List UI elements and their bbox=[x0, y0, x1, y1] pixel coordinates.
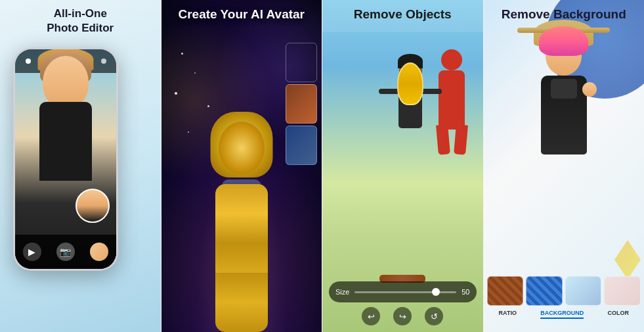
star-2 bbox=[194, 72, 196, 74]
background-thumbnails bbox=[487, 276, 641, 306]
gold-avatar-figure bbox=[196, 82, 288, 332]
red-silhouette bbox=[434, 49, 470, 154]
panel-4-title-text: Remove Background bbox=[502, 7, 626, 21]
panel-ai-avatar: Create Your AI Avatar bbox=[161, 0, 322, 332]
skater-person bbox=[398, 59, 422, 128]
phone-mockup-1: ⚡ ··· ↺ ▶ 📷 bbox=[13, 47, 118, 271]
circle-thumbnail bbox=[75, 189, 110, 223]
panel-4-title: Remove Background bbox=[484, 0, 645, 32]
grid-photo-2 bbox=[286, 84, 317, 124]
ratio-label[interactable]: RATIO bbox=[499, 310, 517, 319]
thumbnail-4[interactable] bbox=[604, 276, 641, 306]
redo-button[interactable]: ↪ bbox=[393, 307, 412, 325]
panel-2-title-text: Create Your AI Avatar bbox=[178, 7, 305, 21]
panel-photo-editor: All-in-One Photo Editor ⚡ ··· ↺ bbox=[0, 0, 161, 332]
avatar-legs bbox=[215, 273, 268, 332]
panel-remove-background: Remove Background RATIO BACKGROUND COLOR bbox=[484, 0, 645, 332]
skater-body bbox=[398, 82, 422, 128]
video-icon: ▶ bbox=[23, 243, 41, 261]
panel-3-title-text: Remove Objects bbox=[354, 7, 452, 21]
red-sil-leg-right bbox=[454, 124, 468, 154]
photo-grid bbox=[286, 43, 318, 165]
avatar-torso bbox=[215, 184, 268, 283]
avatar-thumbnail bbox=[90, 243, 108, 261]
undo-redo-controls: ↩ ↪ ↺ bbox=[362, 307, 443, 325]
slider-thumb[interactable] bbox=[432, 288, 440, 296]
reset-button[interactable]: ↺ bbox=[425, 307, 443, 325]
person-hand bbox=[582, 82, 597, 97]
slider-track[interactable] bbox=[354, 291, 456, 293]
thumbnail-2[interactable] bbox=[526, 276, 563, 306]
slider-value: 50 bbox=[462, 288, 469, 296]
person-head bbox=[546, 36, 582, 76]
red-sil-leg-left bbox=[436, 124, 450, 154]
slider-label: Size bbox=[335, 288, 349, 296]
star-4 bbox=[188, 131, 189, 133]
grid-photo-3 bbox=[286, 126, 317, 165]
red-sil-head bbox=[441, 49, 462, 70]
star-3 bbox=[175, 92, 177, 95]
surfboard bbox=[397, 62, 423, 105]
star-1 bbox=[181, 53, 183, 55]
person-body bbox=[541, 76, 587, 154]
photo-background: ⚡ ··· ↺ ▶ 📷 bbox=[15, 49, 116, 269]
face bbox=[43, 56, 89, 108]
grid-photo-1 bbox=[286, 43, 317, 82]
red-sil-body bbox=[439, 70, 465, 130]
undo-button[interactable]: ↩ bbox=[362, 307, 380, 325]
thumbnail-1[interactable] bbox=[487, 276, 524, 306]
panel-2-title: Create Your AI Avatar bbox=[161, 0, 322, 32]
slider-bar[interactable]: Size 50 bbox=[329, 281, 477, 302]
panel-1-title-line1: All-in-One bbox=[54, 7, 107, 20]
panel-1-title-line2: Photo Editor bbox=[47, 22, 114, 34]
avatar-head bbox=[219, 122, 265, 174]
camera-icon: 📷 bbox=[56, 243, 75, 261]
panel-remove-objects: Remove Objects Size 50 ↩ ↪ ↺ bbox=[322, 0, 483, 332]
thumbnail-3[interactable] bbox=[565, 276, 602, 306]
jacket-lapel bbox=[551, 79, 577, 99]
bottom-bar: ▶ 📷 bbox=[15, 235, 116, 269]
bottom-tab-labels: RATIO BACKGROUND COLOR bbox=[487, 310, 641, 319]
panel-1-title: All-in-One Photo Editor bbox=[0, 0, 161, 45]
panel-3-title: Remove Objects bbox=[322, 0, 483, 32]
background-label[interactable]: BACKGROUND bbox=[540, 310, 584, 319]
color-label[interactable]: COLOR bbox=[607, 310, 629, 319]
pink-hair-person bbox=[541, 36, 587, 154]
body bbox=[39, 102, 92, 181]
